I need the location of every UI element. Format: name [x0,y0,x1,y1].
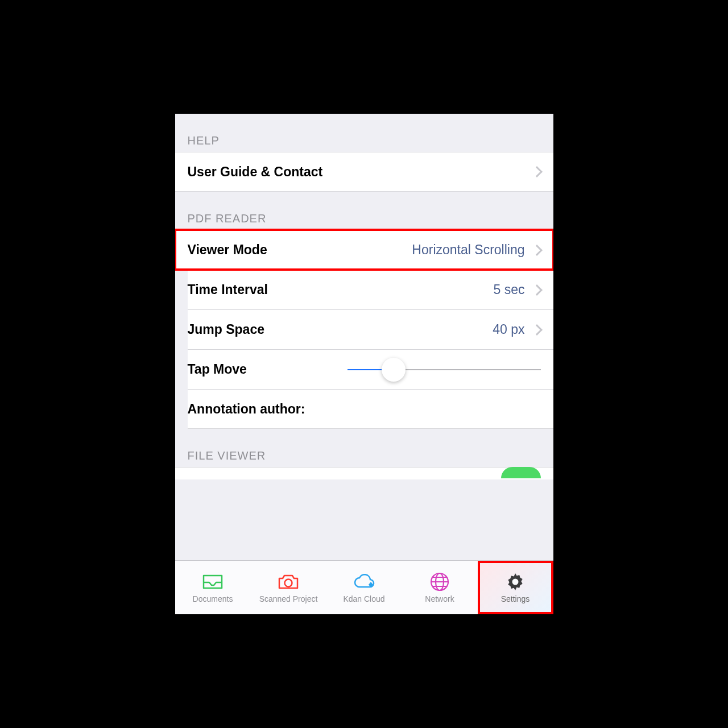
section-header-pdf-reader: PDF READER [175,192,553,230]
slider-thumb[interactable] [382,358,406,382]
camera-icon [276,572,301,592]
chevron-right-icon [531,284,543,296]
row-label: Jump Space [188,322,493,337]
tab-label: Scanned Project [259,594,318,603]
row-value: 40 px [493,322,529,337]
tab-network[interactable]: Network [402,561,478,614]
tab-settings[interactable]: Settings [478,561,553,614]
row-time-interval[interactable]: Time Interval 5 sec [188,270,553,309]
gear-icon [503,572,528,592]
row-label: Time Interval [188,282,494,297]
row-viewer-mode[interactable]: Viewer Mode Horizontal Scrolling [175,230,553,270]
slider-track [348,369,541,370]
tab-label: Kdan Cloud [343,594,384,603]
chevron-right-icon [531,324,543,336]
row-label: Tap Move [188,362,348,377]
svg-point-0 [285,580,292,587]
tab-scanned-project[interactable]: Scanned Project [251,561,326,614]
row-label: User Guide & Contact [188,164,530,180]
row-value: 5 sec [494,282,530,297]
tab-documents[interactable]: Documents [175,561,251,614]
tab-label: Network [425,594,454,603]
tab-bar: Documents Scanned Project Kdan Cloud Net… [175,560,553,614]
group-pdf-reader: Viewer Mode Horizontal Scrolling Time In… [175,230,553,429]
row-label: Annotation author: [188,402,541,417]
svg-point-3 [512,579,519,585]
tab-label: Documents [193,594,233,603]
chevron-right-icon [531,166,543,177]
row-user-guide[interactable]: User Guide & Contact [175,152,553,192]
toggle-switch-peek[interactable] [501,467,541,478]
row-annotation-author[interactable]: Annotation author: [188,389,553,429]
tab-label: Settings [501,594,530,603]
inbox-icon [200,572,225,592]
tab-kdan-cloud[interactable]: Kdan Cloud [326,561,402,614]
section-header-help: HELP [175,114,553,152]
row-label: Viewer Mode [188,242,412,258]
row-partial-cutoff [175,467,553,479]
settings-screen: HELP User Guide & Contact PDF READER Vie… [175,114,553,614]
row-tap-move: Tap Move [188,349,553,389]
settings-scroll-area[interactable]: HELP User Guide & Contact PDF READER Vie… [175,114,553,560]
globe-icon [427,572,452,592]
chevron-right-icon [531,245,543,256]
tap-move-slider[interactable] [348,369,541,370]
cloud-icon [351,572,377,592]
section-header-file-viewer: FILE VIEWER [175,429,553,467]
row-jump-space[interactable]: Jump Space 40 px [188,309,553,349]
row-value: Horizontal Scrolling [412,242,529,258]
